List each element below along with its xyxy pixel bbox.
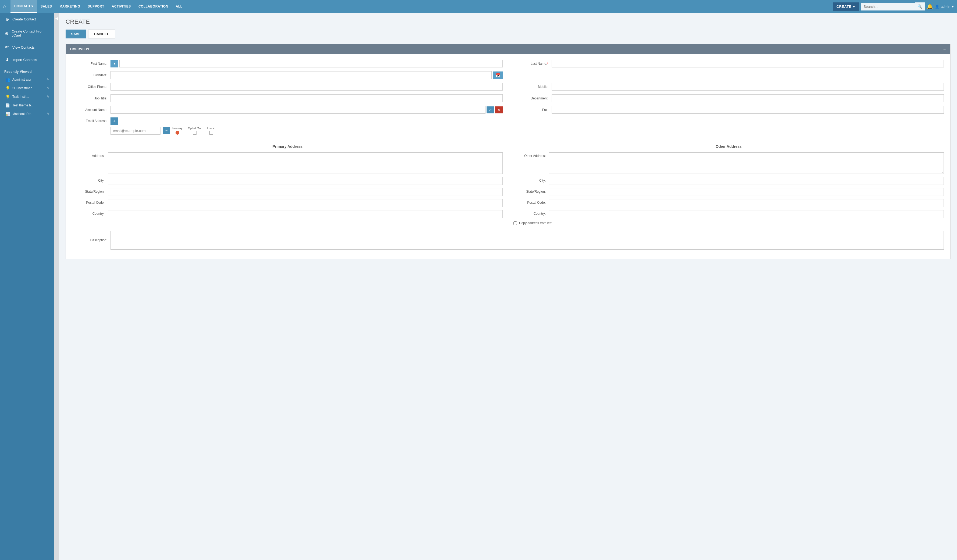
recent-item-administrator[interactable]: 👥 Administrator ✎ (0, 75, 54, 84)
recent-edit-icon[interactable]: ✎ (47, 78, 49, 81)
copy-address-label: Copy address from left: (519, 221, 553, 225)
recent-item-macbook[interactable]: 📊 Macbook Pro ✎ (0, 110, 54, 118)
job-title-label: Job Title: (72, 96, 107, 100)
other-state-input[interactable] (549, 188, 944, 196)
other-city-input[interactable] (549, 177, 944, 185)
overview-collapse-icon[interactable] (943, 47, 946, 52)
job-title-row: Job Title: (72, 94, 503, 102)
other-address-label: Other Address: (513, 152, 546, 158)
primary-city-row: City: (72, 177, 503, 185)
calendar-button[interactable]: 📅 (493, 71, 503, 79)
department-row: Department: (513, 94, 944, 102)
user-area[interactable]: 👤 admin ▾ (935, 5, 954, 9)
account-name-label: Account Name: (72, 108, 107, 112)
email-flags: Primary Opted Out Invalid (172, 126, 215, 135)
invalid-checkbox[interactable] (209, 131, 213, 135)
invalid-flag-col: Invalid (207, 126, 216, 135)
sidebar-item-create-vcard[interactable]: ⊕ Create Contact From vCard (0, 25, 54, 41)
notification-icon[interactable]: 🔔 (927, 3, 933, 9)
nav-support[interactable]: SUPPORT (84, 0, 108, 13)
salutation-dropdown[interactable] (111, 60, 118, 68)
create-button[interactable]: CREATE ▾ (833, 2, 859, 11)
recent-edit-icon[interactable]: ✎ (47, 95, 49, 99)
primary-country-input[interactable] (108, 210, 503, 218)
department-input[interactable] (552, 94, 944, 102)
account-clear-button[interactable]: ✕ (495, 106, 503, 114)
primary-radio[interactable] (175, 131, 179, 135)
nav-sales[interactable]: SALES (37, 0, 56, 13)
other-state-label: State/Region: (513, 188, 546, 194)
address-label: Address: (72, 152, 104, 158)
last-name-input[interactable] (552, 60, 944, 68)
birthdate-input[interactable] (111, 71, 492, 79)
email-input[interactable] (111, 127, 161, 135)
recent-edit-icon[interactable]: ✎ (47, 86, 49, 90)
first-name-wrap (111, 60, 503, 68)
first-name-row: First Name: (72, 60, 503, 68)
sidebar-item-import-contacts[interactable]: ⬇ Import Contacts (0, 54, 54, 66)
search-icon-button[interactable]: 🔍 (915, 2, 925, 11)
sidebar-item-view-contacts[interactable]: 👁 View Contacts (0, 41, 54, 54)
other-country-input[interactable] (549, 210, 944, 218)
left-column: First Name: Birthdate: (72, 60, 503, 140)
birthdate-wrap: 📅 (111, 71, 503, 79)
account-name-input[interactable] (111, 106, 485, 114)
mobile-input[interactable] (552, 83, 944, 91)
recent-item-5d[interactable]: 💡 5D Investmen... ✎ (0, 84, 54, 92)
save-button[interactable]: SAVE (66, 30, 86, 38)
other-postal-input[interactable] (549, 199, 944, 207)
job-title-input[interactable] (111, 94, 503, 102)
sidebar-item-create-contact[interactable]: ⊕ Create Contact (0, 13, 54, 25)
other-country-row: Country: (513, 210, 944, 218)
recent-edit-icon[interactable]: ✎ (47, 112, 49, 116)
email-address-row: Email Address: + − (72, 117, 503, 136)
fax-input[interactable] (552, 106, 944, 114)
overview-panel-header: OVERVIEW (66, 44, 950, 54)
email-remove-button[interactable]: − (163, 127, 170, 134)
sidebar-item-label: View Contacts (13, 46, 35, 49)
account-select-button[interactable]: ⤢ (486, 106, 494, 114)
opted-out-checkbox[interactable] (193, 131, 196, 135)
country-label: Country: (72, 210, 104, 216)
nav-contacts[interactable]: CONTACTS (11, 0, 37, 13)
recent-item-trait[interactable]: 💡 Trait Instit... ✎ (0, 92, 54, 101)
primary-state-row: State/Region: (72, 188, 503, 196)
email-add-button[interactable]: + (111, 117, 118, 125)
other-state-row: State/Region: (513, 188, 944, 196)
primary-state-input[interactable] (108, 188, 503, 196)
recent-item-test[interactable]: 📄 Test theme b... (0, 101, 54, 110)
sidebar-collapse-button[interactable]: ◀ (54, 13, 59, 560)
salutation-chevron-icon (114, 62, 115, 66)
office-phone-label: Office Phone: (72, 85, 107, 89)
create-label: CREATE (837, 5, 851, 9)
first-name-input[interactable] (119, 60, 503, 68)
nav-collaboration[interactable]: COLLABORATION (135, 0, 172, 13)
office-phone-row: Office Phone: (72, 83, 503, 91)
recent-macbook-icon: 📊 (5, 112, 10, 116)
opted-out-flag-col: Opted Out (188, 126, 202, 135)
nav-right: CREATE ▾ 🔍 🔔 👤 admin ▾ (833, 2, 954, 11)
primary-city-input[interactable] (108, 177, 503, 185)
state-label: State/Region: (72, 188, 104, 194)
other-address-textarea[interactable] (549, 152, 944, 174)
primary-address-textarea[interactable] (108, 152, 503, 174)
home-icon[interactable]: ⌂ (3, 4, 6, 9)
copy-address-checkbox[interactable] (513, 221, 517, 225)
primary-postal-input[interactable] (108, 199, 503, 207)
nav-all[interactable]: ALL (172, 0, 186, 13)
birthdate-row: Birthdate: 📅 (72, 71, 503, 79)
cancel-button[interactable]: CANCEL (88, 30, 115, 38)
nav-activities[interactable]: ACTIVITIES (108, 0, 135, 13)
account-name-row: Account Name: ⤢ ✕ (72, 106, 503, 114)
search-input[interactable] (861, 3, 915, 11)
description-textarea[interactable] (111, 231, 944, 250)
mobile-row: Mobile: (513, 83, 944, 91)
city-label: City: (72, 177, 104, 183)
recent-administrator-icon: 👥 (5, 77, 10, 82)
view-contacts-icon: 👁 (4, 45, 9, 50)
office-phone-input[interactable] (111, 83, 503, 91)
postal-label: Postal Code: (72, 199, 104, 205)
select-icon: ⤢ (489, 108, 492, 112)
nav-marketing[interactable]: MARKETING (56, 0, 84, 13)
create-vcard-icon: ⊕ (4, 31, 9, 36)
